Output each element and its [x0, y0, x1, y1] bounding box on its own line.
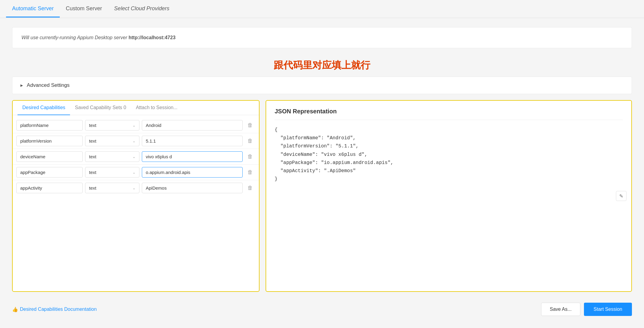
- tab-bar: Automatic Server Custom Server Select Cl…: [0, 0, 644, 18]
- cap-name-field-0[interactable]: [16, 120, 83, 131]
- delete-button-2[interactable]: 🗑: [245, 152, 255, 161]
- chevron-down-icon: ⌄: [132, 186, 135, 190]
- cap-tab-saved[interactable]: Saved Capability Sets 0: [70, 101, 131, 115]
- chevron-down-icon: ⌄: [132, 123, 135, 128]
- chevron-down-icon: ⌄: [132, 170, 135, 175]
- cap-type-select-4[interactable]: text ⌄: [85, 183, 139, 193]
- chevron-down-icon: ⌄: [132, 155, 135, 159]
- capabilities-panel: Desired Capabilities Saved Capability Se…: [12, 100, 260, 292]
- cap-type-label-4: text: [89, 185, 96, 191]
- thumbs-up-icon: 👍: [12, 307, 18, 312]
- cap-type-label-3: text: [89, 170, 96, 175]
- start-session-button[interactable]: Start Session: [584, 303, 632, 316]
- json-title: JSON Representation: [275, 108, 623, 120]
- footer: 👍 Desired Capabilities Documentation Sav…: [12, 297, 632, 319]
- doc-link-label: Desired Capabilities Documentation: [20, 307, 97, 312]
- table-row: text ⌄ 🗑: [13, 180, 259, 196]
- cap-value-field-1[interactable]: [142, 136, 243, 146]
- json-content: { "platformName": "Android", "platformVe…: [275, 126, 623, 183]
- server-url: http://localhost:4723: [129, 35, 176, 40]
- chevron-right-icon: ►: [20, 83, 24, 88]
- cap-value-field-4[interactable]: [142, 183, 243, 193]
- delete-button-0[interactable]: 🗑: [245, 121, 255, 130]
- cap-type-label-2: text: [89, 154, 96, 159]
- cap-value-field-3[interactable]: [142, 167, 243, 178]
- cap-type-label-0: text: [89, 123, 96, 128]
- table-row: text ⌄ 🗑: [13, 149, 259, 165]
- server-info-text: Will use currently-running Appium Deskto…: [21, 35, 129, 40]
- cap-type-label-1: text: [89, 138, 96, 144]
- table-row: text ⌄ 🗑: [13, 165, 259, 180]
- json-panel: JSON Representation { "platformName": "A…: [266, 100, 632, 292]
- capabilities-rows: text ⌄ 🗑 text ⌄ 🗑: [13, 115, 259, 198]
- json-edit-button[interactable]: ✎: [616, 191, 626, 201]
- tab-automatic-server[interactable]: Automatic Server: [6, 1, 60, 17]
- cap-name-field-2[interactable]: [16, 151, 83, 162]
- cap-type-select-3[interactable]: text ⌄: [85, 167, 139, 178]
- footer-buttons: Save As... Start Session: [541, 303, 632, 316]
- cap-name-field-3[interactable]: [16, 167, 83, 178]
- server-info-box: Will use currently-running Appium Deskto…: [12, 27, 632, 48]
- bottom-section: Desired Capabilities Saved Capability Se…: [12, 100, 632, 292]
- chevron-down-icon: ⌄: [132, 139, 135, 143]
- chinese-annotation: 跟代码里对应填上就行: [12, 59, 632, 72]
- delete-button-4[interactable]: 🗑: [245, 184, 255, 192]
- tab-custom-server[interactable]: Custom Server: [60, 1, 108, 17]
- cap-type-select-2[interactable]: text ⌄: [85, 151, 139, 162]
- cap-tab-desired[interactable]: Desired Capabilities: [18, 101, 70, 115]
- main-content: Will use currently-running Appium Deskto…: [0, 18, 644, 328]
- table-row: text ⌄ 🗑: [13, 133, 259, 149]
- cap-name-field-4[interactable]: [16, 183, 83, 193]
- save-as-button[interactable]: Save As...: [541, 303, 580, 316]
- tab-cloud-providers[interactable]: Select Cloud Providers: [108, 1, 175, 17]
- doc-link[interactable]: 👍 Desired Capabilities Documentation: [12, 307, 97, 312]
- cap-tab-attach[interactable]: Attach to Session...: [131, 101, 182, 115]
- table-row: text ⌄ 🗑: [13, 118, 259, 133]
- delete-button-1[interactable]: 🗑: [245, 137, 255, 145]
- cap-value-field-2[interactable]: [142, 151, 243, 162]
- cap-name-field-1[interactable]: [16, 136, 83, 146]
- capabilities-tab-bar: Desired Capabilities Saved Capability Se…: [13, 101, 259, 115]
- advanced-settings-label: Advanced Settings: [27, 82, 70, 88]
- cap-type-select-0[interactable]: text ⌄: [85, 120, 139, 131]
- cap-type-select-1[interactable]: text ⌄: [85, 136, 139, 146]
- advanced-settings-row[interactable]: ► Advanced Settings: [12, 77, 632, 94]
- cap-value-field-0[interactable]: [142, 120, 243, 131]
- delete-button-3[interactable]: 🗑: [245, 168, 255, 177]
